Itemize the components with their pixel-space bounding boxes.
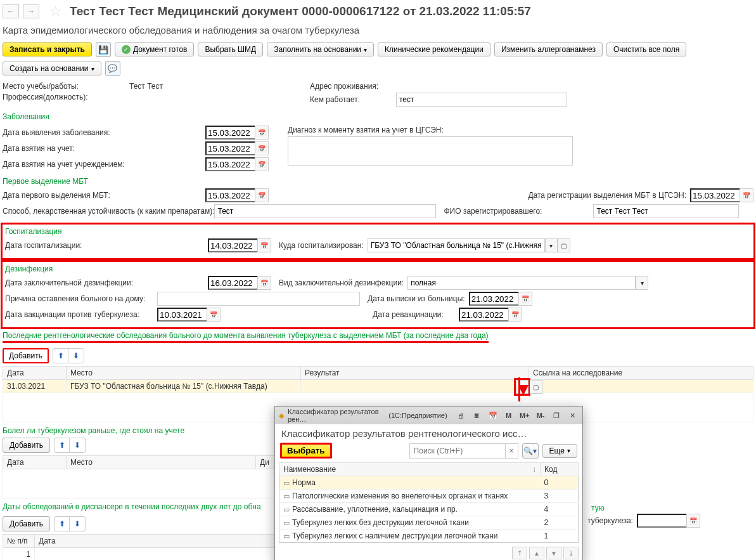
calendar2-icon[interactable]: 📅	[487, 409, 499, 422]
calendar-icon[interactable]: 📅	[740, 188, 753, 202]
add-button[interactable]: Добавить	[3, 438, 50, 453]
change-allergo-button[interactable]: Изменить аллергоанамнез	[494, 42, 603, 56]
detect-date-input[interactable]	[205, 126, 255, 140]
mbt-method-input[interactable]	[214, 204, 436, 218]
disinf-section: Дезинфекция	[5, 264, 751, 273]
hosp-where-label: Куда госпитализирован:	[279, 241, 364, 250]
addr-living-label: Адрес проживания:	[310, 82, 392, 91]
disinf-kind-label: Вид заключительной дезинфекции:	[279, 278, 404, 287]
table-row[interactable]: 31.03.2021 ГБУЗ ТО "Областная больница №…	[3, 380, 753, 393]
frag-tuyu: тую	[591, 504, 605, 512]
open-icon[interactable]: ▢	[558, 238, 570, 252]
revacc-input[interactable]	[459, 308, 508, 322]
calendar-icon[interactable]: 📅	[255, 157, 269, 171]
m-icon[interactable]: M	[503, 409, 515, 422]
calendar-icon[interactable]: 📅	[255, 141, 269, 155]
reg-date-label: Дата взятия на учет:	[3, 144, 205, 153]
col-code[interactable]: Код	[541, 463, 579, 476]
select-shmd-button[interactable]: Выбрать ШМД	[198, 42, 263, 56]
mbt-first-input[interactable]	[205, 188, 255, 202]
reg-inst-input[interactable]	[205, 157, 255, 171]
m-plus-icon[interactable]: M+	[518, 409, 530, 422]
save-icon[interactable]: 💾	[96, 42, 111, 57]
calendar-icon[interactable]: 📅	[255, 188, 269, 202]
fill-based-button[interactable]: Заполнить на основании	[267, 42, 374, 56]
doc-ready-button[interactable]: ✓Документ готов	[115, 42, 195, 56]
restore-icon[interactable]: ❐	[551, 409, 563, 422]
move-down-icon[interactable]: ⬇	[70, 438, 85, 452]
col-name[interactable]: Наименование↓	[279, 463, 541, 476]
discharge-label: Дата выписки из больницы:	[368, 294, 465, 303]
nav-forward-icon[interactable]: →	[23, 4, 39, 18]
calendar-icon[interactable]: 📅	[257, 238, 271, 252]
list-item[interactable]: ▭Рассасывание, уплотнение, кальцинация и…	[279, 503, 579, 516]
vacc-input[interactable]	[157, 308, 207, 322]
calc-icon[interactable]: 🖩	[471, 409, 483, 422]
disinf-final-input[interactable]	[208, 276, 257, 290]
dropdown-icon[interactable]: ▾	[636, 276, 648, 290]
move-down-icon[interactable]: ⬇	[68, 349, 84, 363]
calendar-icon[interactable]: 📅	[508, 308, 522, 322]
print-icon[interactable]: 🖨	[455, 409, 467, 422]
frag-date-input[interactable]	[637, 514, 686, 528]
clinical-rec-button[interactable]: Клинические рекомендации	[378, 42, 490, 56]
last-icon[interactable]: ⤓	[563, 547, 579, 559]
select-button[interactable]: Выбрать	[280, 443, 332, 459]
add-button[interactable]: Добавить	[3, 516, 50, 531]
up-icon[interactable]: ▲	[529, 547, 544, 559]
calendar-icon[interactable]: 📅	[207, 308, 221, 322]
employer-input[interactable]	[396, 93, 567, 107]
mbt-fio-input[interactable]	[593, 204, 739, 218]
discharge-input[interactable]	[469, 292, 518, 306]
hosp-section: Госпитализация	[5, 227, 751, 236]
disp-section: Даты обследований в диспансере в течении…	[3, 502, 261, 511]
cell-link	[529, 380, 753, 393]
nav-back-icon[interactable]: ←	[3, 4, 19, 18]
diag-input[interactable]	[288, 136, 573, 166]
list-item[interactable]: ▭Норма0	[279, 476, 579, 490]
calendar-icon[interactable]: 📅	[518, 292, 532, 306]
move-up-icon[interactable]: ⬆	[53, 349, 68, 363]
move-up-icon[interactable]: ⬆	[54, 438, 70, 452]
dropdown-icon[interactable]: ▾	[545, 238, 558, 252]
vacc-label: Дата вакцинации против туберкулеза:	[5, 310, 157, 319]
disinf-kind-input[interactable]	[407, 276, 636, 290]
close-icon[interactable]: ✕	[567, 409, 579, 422]
clear-icon[interactable]: ×	[505, 444, 518, 458]
first-icon[interactable]: ⤒	[512, 547, 527, 559]
calendar-icon[interactable]: 📅	[686, 514, 700, 528]
mbt-cgsen-input[interactable]	[690, 188, 740, 202]
more-button[interactable]: Еще	[542, 444, 577, 458]
discuss-icon[interactable]: 💬	[105, 61, 120, 76]
m-minus-icon[interactable]: M-	[534, 409, 546, 422]
list-item[interactable]: ▭Патологические изменения во внелегочных…	[279, 490, 579, 503]
move-down-icon[interactable]: ⬇	[70, 517, 85, 531]
hosp-date-input[interactable]	[208, 238, 257, 252]
disease-section: Заболевания	[3, 112, 753, 121]
clear-all-button[interactable]: Очистить все поля	[606, 42, 686, 56]
search-button[interactable]: 🔍▾	[522, 443, 539, 459]
list-item[interactable]: ▭Туберкулез легких с наличием деструкции…	[279, 530, 579, 543]
col-result: Результат	[301, 367, 529, 380]
create-based-button[interactable]: Создать на основании	[3, 62, 101, 75]
mbt-cgsen-label: Дата регистрации выделения МБТ в ЦГСЭН:	[528, 191, 686, 200]
calendar-icon[interactable]: 📅	[255, 126, 269, 140]
save-close-button[interactable]: Записать и закрыть	[3, 42, 92, 56]
home-reason-input[interactable]	[157, 292, 360, 306]
add-button[interactable]: Добавить	[3, 348, 49, 363]
page-subtitle: Карта эпидемиологического обследования и…	[0, 21, 756, 41]
favorite-icon[interactable]: ☆	[49, 3, 62, 20]
doc-ready-label: Документ готов	[133, 45, 188, 54]
reg-date-input[interactable]	[205, 141, 255, 155]
move-up-icon[interactable]: ⬆	[54, 517, 70, 531]
search-input[interactable]	[410, 444, 505, 458]
hosp-where-input[interactable]	[368, 238, 545, 252]
cell-result[interactable]: ▾ ▢	[301, 380, 529, 393]
profession-label: Профессия(должность):	[3, 93, 129, 101]
employer-label: Кем работает:	[310, 95, 392, 104]
table-row[interactable]: 1	[3, 548, 275, 561]
calendar-icon[interactable]: 📅	[257, 276, 271, 290]
cell-date: 31.03.2021	[3, 380, 67, 393]
down-icon[interactable]: ▼	[546, 547, 561, 559]
list-item[interactable]: ▭Туберкулез легких без деструкции легочн…	[279, 516, 579, 530]
